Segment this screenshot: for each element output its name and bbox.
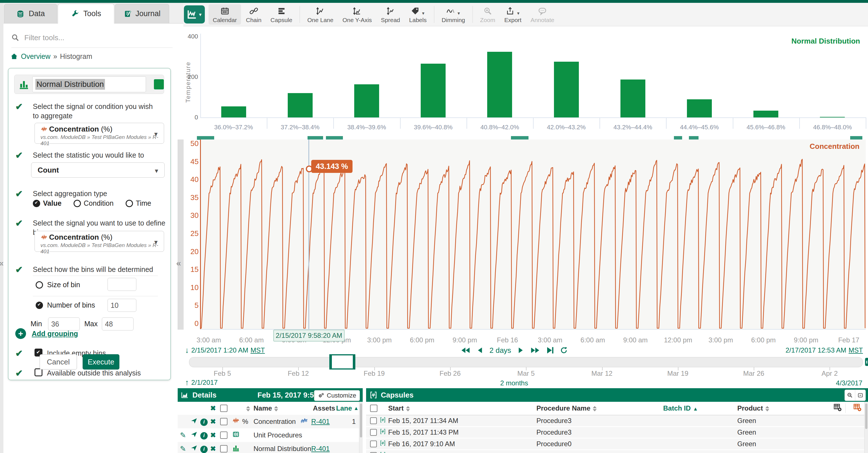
radio-condition[interactable] [73, 200, 81, 207]
send-to-trend-icon[interactable] [190, 431, 198, 440]
time-scrollbar-track[interactable] [189, 357, 863, 367]
capsule-row[interactable]: Feb 15, 2017 11:43 PMProcedure3Green [366, 427, 865, 438]
toolbar-one-lane-button[interactable]: One Lane [303, 4, 338, 25]
row-checkbox[interactable] [370, 417, 377, 424]
range-duration-label[interactable]: 2 days [490, 346, 511, 355]
sort-asc-icon[interactable]: ▲ [354, 405, 359, 412]
row-checkbox[interactable] [220, 431, 227, 439]
remove-icon[interactable]: ✖ [210, 431, 216, 439]
number-of-bins-input[interactable] [107, 299, 136, 312]
tab-data[interactable]: Data [4, 4, 57, 23]
available-outside-checkbox[interactable] [34, 368, 42, 376]
item-name[interactable]: Unit Procedures [253, 431, 302, 439]
add-column-orange-icon[interactable] [853, 403, 862, 413]
asset-link[interactable]: R-401 [311, 445, 330, 453]
row-checkbox[interactable] [220, 418, 227, 425]
range-start-tz[interactable]: MST [251, 346, 265, 354]
execute-button[interactable]: Execute [83, 354, 119, 369]
item-name[interactable]: Concentration [253, 418, 296, 426]
info-icon[interactable]: i [200, 431, 208, 440]
step-forward-fast-icon[interactable] [530, 346, 540, 355]
toolbar-export-button[interactable]: ▼Export [500, 4, 526, 25]
asset-swap-icon[interactable] [300, 417, 308, 426]
step-forward-icon[interactable] [517, 346, 524, 355]
view-selector-button[interactable]: ▼ [184, 5, 205, 24]
zoom-out-button[interactable] [845, 390, 855, 401]
add-column-icon[interactable] [834, 403, 842, 413]
histogram-bar[interactable] [620, 80, 645, 117]
histogram-bar[interactable] [753, 111, 778, 117]
select-all-checkbox[interactable] [370, 404, 377, 412]
info-icon[interactable]: i [200, 445, 208, 453]
send-to-trend-icon[interactable] [190, 417, 198, 426]
toolbar-chain-button[interactable]: Chain [242, 4, 266, 25]
add-grouping-row[interactable]: + Add grouping [15, 328, 157, 339]
info-icon[interactable]: i [200, 417, 208, 426]
step-back-icon[interactable] [476, 346, 484, 355]
remove-icon[interactable]: ✖ [210, 418, 216, 426]
details-row[interactable]: ✎i✖Unit Procedures [178, 428, 359, 442]
collapse-trend-icon[interactable]: « [176, 259, 181, 267]
trend-collapse-strip[interactable]: « [178, 140, 184, 330]
breadcrumb-overview[interactable]: Overview [21, 52, 50, 61]
toolbar-capsule-button[interactable]: Capsule [266, 4, 297, 25]
filter-tools-input[interactable] [24, 33, 149, 42]
column-assets[interactable]: Assets [313, 404, 335, 412]
row-checkbox[interactable] [220, 445, 227, 452]
aggregate-signal-dropdown[interactable]: Concentration (%) vs.com. ModuleDB » Tes… [34, 123, 164, 144]
toolbar-spread-button[interactable]: Spread [377, 4, 404, 25]
histogram-bar[interactable] [354, 84, 379, 117]
asset-link[interactable]: R-401 [311, 418, 330, 426]
color-swatch[interactable] [154, 79, 164, 89]
edit-icon[interactable]: ✎ [180, 431, 186, 440]
histogram-bar[interactable] [554, 62, 579, 117]
collapse-left-icon[interactable]: « [0, 259, 4, 267]
radio-value[interactable] [33, 200, 40, 207]
details-row[interactable]: ✎i✖Normal DistributionR-401 [178, 442, 359, 453]
radio-size-of-bin[interactable] [36, 281, 43, 289]
remove-all-icon[interactable]: ✖ [210, 404, 216, 412]
toolbar-dimming-button[interactable]: ▼Dimming [437, 4, 469, 25]
send-to-trend-icon[interactable] [190, 444, 198, 453]
scrollbar-thumb[interactable] [865, 403, 867, 429]
step-to-end-icon[interactable] [546, 346, 554, 355]
histogram-bar[interactable] [487, 52, 512, 117]
column-procedure-name[interactable]: Procedure Name [536, 404, 597, 412]
scrollbar-trend-icon[interactable] [864, 356, 868, 369]
radio-time[interactable] [126, 200, 133, 207]
row-checkbox[interactable] [370, 441, 377, 447]
row-checkbox[interactable] [370, 429, 377, 436]
trend-signal-plot[interactable] [200, 140, 866, 330]
histogram-bar[interactable] [820, 117, 845, 117]
column-product[interactable]: Product [737, 404, 769, 412]
select-all-checkbox[interactable] [220, 404, 227, 412]
tab-journal[interactable]: Journal [115, 4, 169, 23]
edit-icon[interactable]: ✎ [180, 445, 186, 453]
histogram-bar[interactable] [687, 99, 712, 117]
histogram-bar[interactable] [221, 107, 246, 117]
toolbar-calendar-button[interactable]: Calendar [209, 4, 241, 25]
concentration-signal-path[interactable] [200, 159, 865, 328]
tab-tools[interactable]: Tools [58, 4, 114, 24]
column-start[interactable]: Start [388, 404, 410, 412]
radio-number-of-bins[interactable] [36, 302, 43, 309]
capsule-row[interactable]: Feb 16, 2017 9:10 AMProcedure0Green [366, 439, 865, 449]
column-name[interactable]: Name [253, 404, 278, 412]
toolbar-one-y-axis-button[interactable]: One Y-Axis [338, 4, 376, 25]
collapse-panel-button[interactable] [855, 390, 865, 401]
tool-name-input[interactable]: Normal Distribution [32, 77, 146, 92]
step-back-fast-icon[interactable] [461, 346, 471, 355]
bins-signal-dropdown[interactable]: Concentration (%) vs.com. ModuleDB » Tes… [34, 231, 164, 252]
capsule-row[interactable]: Feb 15, 2017 11:34 AMProcedure3Green [366, 415, 865, 426]
cancel-button[interactable]: Cancel [40, 354, 77, 369]
refresh-icon[interactable] [560, 346, 568, 354]
item-name[interactable]: Normal Distribution [253, 445, 311, 453]
histogram-bar[interactable] [421, 64, 445, 117]
size-of-bin-input[interactable] [107, 278, 136, 291]
toolbar-labels-button[interactable]: ▼Labels [405, 4, 431, 25]
range-end-tz[interactable]: MST [848, 346, 863, 354]
column-batch-id[interactable]: Batch ID▲ [663, 404, 698, 412]
customize-button[interactable]: Customize [314, 390, 360, 401]
sort-icon[interactable] [244, 404, 250, 412]
statistic-dropdown[interactable]: Count ▼ [31, 162, 165, 178]
